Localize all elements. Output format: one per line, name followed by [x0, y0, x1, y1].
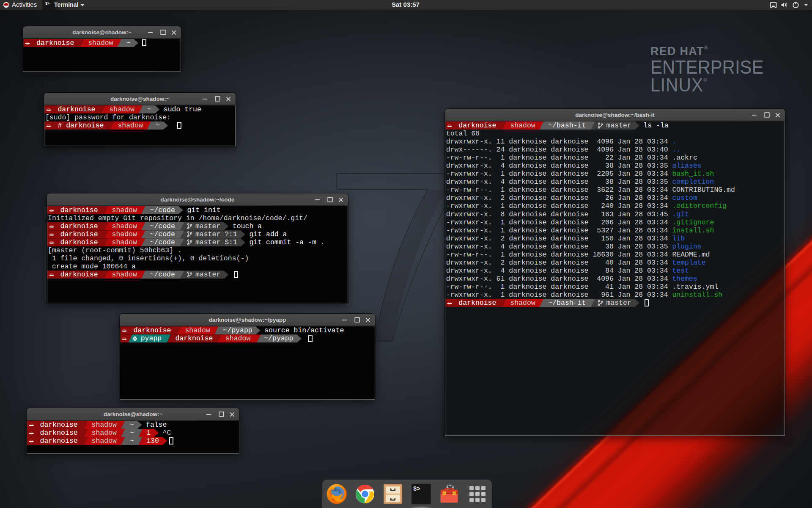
svg-text:$>: $>: [413, 486, 420, 492]
svg-text:$>: $>: [45, 2, 49, 6]
